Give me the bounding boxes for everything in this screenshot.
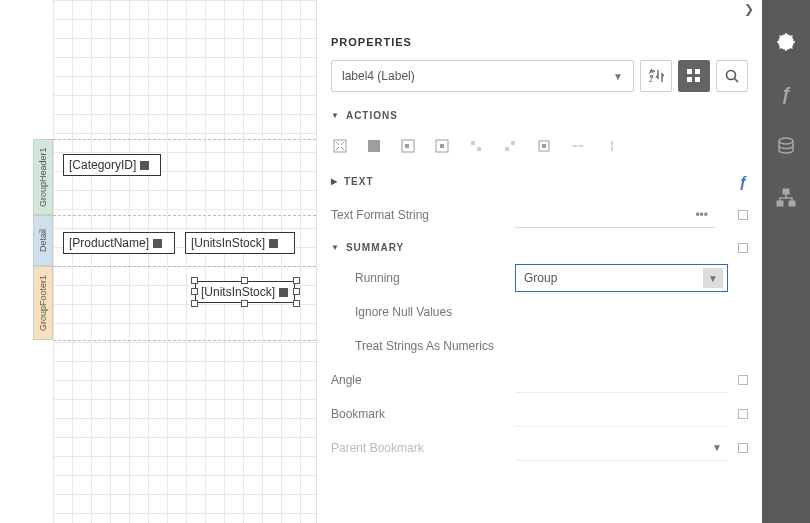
svg-rect-37 [783,189,789,194]
prop-marker[interactable] [738,210,748,220]
band-boundary [53,139,316,140]
svg-rect-14 [471,141,475,145]
section-actions[interactable]: ▼ ACTIONS [331,110,748,121]
action-align-center-icon[interactable] [433,137,451,155]
svg-point-27 [784,40,789,45]
field-text: [UnitsInStock] [201,285,275,299]
select-toggle[interactable]: ▼ [703,268,723,288]
actions-toolbar [331,129,748,173]
band-boundary [53,215,316,216]
chevron-down-icon: ▼ [708,273,718,284]
prop-marker[interactable] [738,409,748,419]
action-box-icon[interactable] [535,137,553,155]
binding-icon [140,161,149,170]
svg-rect-13 [440,144,444,148]
chevron-down-icon: ▼ [712,442,722,453]
field-units-in-stock[interactable]: [UnitsInStock] [185,232,295,254]
report-design-surface[interactable]: GroupHeader1 Detail GroupFooter1 [Catego… [0,0,316,523]
field-text: [ProductName] [69,236,149,250]
prop-parent-bookmark: Parent Bookmark ▼ [331,431,748,465]
section-label: ACTIONS [346,110,398,121]
svg-rect-11 [405,144,409,148]
svg-rect-4 [687,77,692,82]
bookmark-input[interactable] [515,401,728,427]
ellipsis-icon[interactable]: ••• [695,208,708,222]
svg-rect-39 [789,201,795,206]
svg-text:A: A [649,68,654,75]
text-format-input[interactable] [515,202,715,228]
properties-panel: ❯ PROPERTIES label4 (Label) ▼ AZ ▼ ACTIO… [316,0,762,523]
running-value: Group [524,271,557,285]
tab-report-tree[interactable] [774,186,798,210]
svg-point-22 [580,145,582,147]
prop-ignore-nulls: Ignore Null Values [331,295,748,329]
svg-line-35 [791,36,793,38]
chevron-down-icon: ▼ [613,71,623,82]
svg-rect-38 [777,201,783,206]
svg-point-25 [611,148,613,150]
svg-rect-2 [687,69,692,74]
section-summary[interactable]: ▼ SUMMARY [331,242,748,253]
svg-rect-3 [695,69,700,74]
binding-icon [279,288,288,297]
panel-title: PROPERTIES [331,36,748,48]
collapse-triangle-icon: ▼ [331,243,340,252]
action-fill-icon[interactable] [365,137,383,155]
binding-icon [269,239,278,248]
action-align-left-icon[interactable] [399,137,417,155]
sort-button[interactable]: AZ [640,60,672,92]
element-selector-value: label4 (Label) [342,69,415,83]
field-product-name[interactable]: [ProductName] [63,232,175,254]
svg-point-24 [611,142,613,144]
field-category-id[interactable]: [CategoryID] [63,154,161,176]
band-boundary [53,266,316,267]
parent-bookmark-select[interactable]: ▼ [515,435,728,461]
expression-fx-icon[interactable]: ƒ [739,173,748,190]
running-select[interactable]: Group ▼ [515,264,728,292]
right-tab-strip: ƒ [762,0,810,523]
prop-marker[interactable] [738,243,748,253]
svg-rect-8 [334,140,346,152]
prop-bookmark: Bookmark [331,397,748,431]
svg-rect-9 [368,140,380,152]
svg-rect-15 [477,147,481,151]
action-format-icon[interactable] [467,137,485,155]
svg-point-36 [779,138,793,144]
action-format2-icon[interactable] [501,137,519,155]
svg-line-32 [780,36,782,38]
band-boundary [53,340,316,341]
band-detail[interactable]: Detail [33,215,53,266]
binding-icon [153,239,162,248]
section-text[interactable]: ▶ TEXT ƒ [331,173,748,190]
tab-properties[interactable] [774,30,798,54]
search-button[interactable] [716,60,748,92]
panel-collapse-icon[interactable]: ❯ [744,2,754,16]
field-text: [CategoryID] [69,158,136,172]
band-group-footer[interactable]: GroupFooter1 [33,266,53,340]
band-strip: GroupHeader1 Detail GroupFooter1 [33,0,53,523]
svg-rect-16 [505,147,509,151]
svg-line-34 [780,47,782,49]
prop-angle: Angle [331,363,748,397]
action-distribute-h-icon[interactable] [569,137,587,155]
expand-triangle-icon: ▶ [331,177,338,186]
svg-line-33 [791,47,793,49]
element-selector-dropdown[interactable]: label4 (Label) ▼ [331,60,634,92]
action-fit-bounds-icon[interactable] [331,137,349,155]
prop-running: Running Group ▼ [331,261,748,295]
action-distribute-v-icon[interactable] [603,137,621,155]
categorized-button[interactable] [678,60,710,92]
angle-input[interactable] [515,367,728,393]
prop-marker[interactable] [738,375,748,385]
svg-rect-19 [542,144,546,148]
prop-marker[interactable] [738,443,748,453]
tab-expressions[interactable]: ƒ [774,82,798,106]
svg-text:Z: Z [649,76,654,83]
band-group-header[interactable]: GroupHeader1 [33,139,53,215]
section-label: TEXT [344,176,374,187]
field-text: [UnitsInStock] [191,236,265,250]
svg-rect-17 [511,141,515,145]
tab-data[interactable] [774,134,798,158]
svg-rect-5 [695,77,700,82]
prop-treat-strings: Treat Strings As Numerics [331,329,748,363]
